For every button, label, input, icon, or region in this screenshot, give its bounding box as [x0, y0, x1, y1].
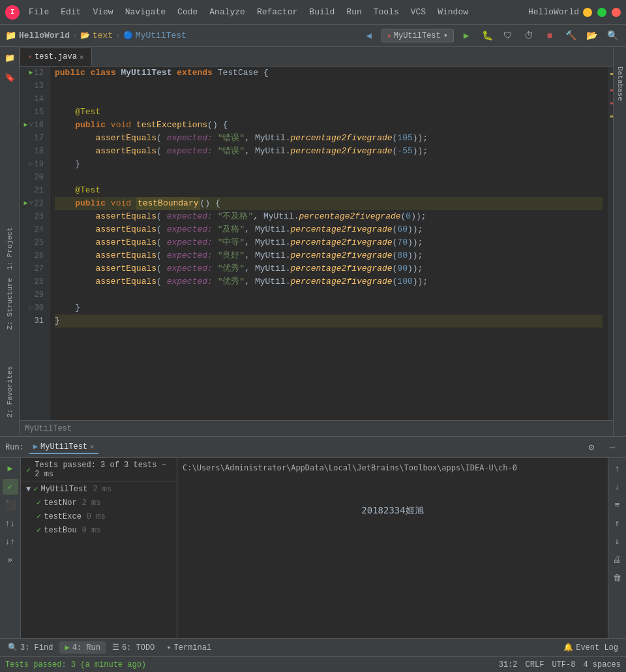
- test-item-myutiltest[interactable]: ▼ ✓ MyUtilTest 2 ms: [21, 482, 177, 496]
- run-right-7[interactable]: 🗑: [610, 570, 625, 586]
- line-29: 29: [20, 288, 49, 301]
- main-area: 📁 🔖 1: Project Z: Structure 2: Favorites…: [0, 47, 626, 436]
- line-24: 24: [20, 223, 49, 236]
- indent-setting[interactable]: 4 spaces: [583, 660, 621, 669]
- close-button[interactable]: ✕: [612, 8, 621, 17]
- event-log-tool[interactable]: 🔔 Event Log: [558, 641, 623, 654]
- find-icon: 🔍: [8, 643, 18, 652]
- menu-run[interactable]: Run: [341, 5, 366, 20]
- run-icon-16[interactable]: ▶: [24, 119, 28, 132]
- run-right-4[interactable]: ⇑: [610, 515, 625, 531]
- line-27: 27: [20, 262, 49, 275]
- code-line-28: assertEquals ( expected: "优秀" , MyUtil. …: [55, 275, 603, 288]
- stop-tests-button[interactable]: ⬛: [3, 497, 18, 513]
- menu-refactor[interactable]: Refactor: [252, 5, 303, 20]
- maximize-button[interactable]: □: [597, 8, 606, 17]
- code-line-18: assertEquals ( expected: "错误" , MyUtil. …: [55, 145, 603, 158]
- test-name-bou: testBou: [44, 526, 76, 535]
- build-button[interactable]: 🔨: [562, 27, 579, 44]
- menu-edit[interactable]: Edit: [55, 5, 86, 20]
- sidebar-favorites-label[interactable]: 2: Favorites: [5, 363, 15, 420]
- run-tab-close[interactable]: ✕: [90, 442, 95, 451]
- run-config-name: MyUtilTest: [394, 31, 441, 40]
- folder-icon: 📂: [80, 31, 90, 40]
- run-right-2[interactable]: ↓: [610, 479, 625, 495]
- breadcrumb-project[interactable]: HelloWorld: [19, 31, 70, 40]
- editor-area: ✕ test.java ✕ ▶ 12 13 14 15 ▶ ▽ 16: [20, 47, 613, 436]
- run-tab-myutiltest[interactable]: ▶ MyUtilTest ✕: [29, 440, 98, 454]
- sidebar-project-label[interactable]: 1: Project: [5, 224, 15, 273]
- rerun-button[interactable]: ▶: [3, 461, 18, 476]
- coverage-button[interactable]: 🛡: [499, 27, 516, 44]
- code-line-16: public void testExceptions () {: [55, 119, 603, 132]
- find-tool[interactable]: 🔍 3: Find: [3, 641, 58, 654]
- todo-tool[interactable]: ☰ 6: TODO: [107, 641, 160, 654]
- tab-error-icon: ✕: [28, 53, 32, 61]
- test-suite-time: 2 ms: [93, 485, 112, 494]
- menu-vcs[interactable]: VCS: [406, 5, 431, 20]
- test-pass-icon: ✓: [33, 484, 38, 494]
- encoding[interactable]: UTF-8: [552, 660, 575, 669]
- menu-navigate[interactable]: Navigate: [120, 5, 171, 20]
- test-item-testbou[interactable]: ✓ testBou 0 ms: [21, 523, 177, 537]
- more-actions-button[interactable]: »: [3, 552, 18, 568]
- menu-file[interactable]: File: [23, 5, 54, 20]
- run-tool[interactable]: ▶ 4: Run: [59, 641, 105, 654]
- code-content[interactable]: public class MyUtilTest extends TestCase…: [50, 67, 608, 420]
- debug-button[interactable]: 🐛: [479, 27, 496, 44]
- sidebar-structure-label[interactable]: Z: Structure: [5, 275, 15, 332]
- fold-icon-16[interactable]: ▽: [29, 119, 33, 132]
- gutter-run-icon[interactable]: ▶: [29, 67, 33, 80]
- minimize-button[interactable]: —: [583, 8, 592, 17]
- todo-label: 6: TODO: [122, 643, 155, 652]
- sort-desc-button[interactable]: ↓↑: [3, 534, 18, 549]
- search-everywhere-button[interactable]: 🔍: [604, 27, 621, 44]
- run-right-1[interactable]: ↑: [610, 461, 625, 476]
- fold-icon-19[interactable]: ▷: [29, 158, 33, 171]
- breadcrumb-folder[interactable]: text: [93, 31, 113, 40]
- database-label[interactable]: Database: [615, 63, 625, 105]
- test-tree: ✓ Tests passed: 3 of 3 tests – 2 ms ▼ ✓ …: [21, 458, 177, 638]
- status-message: Tests passed: 3 (a minute ago): [5, 660, 146, 669]
- run-icon-22[interactable]: ▶: [24, 197, 28, 210]
- dropdown-icon[interactable]: ▾: [443, 31, 448, 40]
- test-pass-icon-exce: ✓: [37, 512, 41, 521]
- settings-button[interactable]: ⚙: [583, 439, 600, 456]
- test-item-testnor[interactable]: ✓ testNor 2 ms: [21, 496, 177, 510]
- menu-bar: File Edit View Navigate Code Analyze Ref…: [23, 5, 473, 20]
- collapse-run-button[interactable]: —: [604, 439, 621, 456]
- menu-tools[interactable]: Tools: [368, 5, 404, 20]
- event-log-icon: 🔔: [563, 643, 573, 652]
- menu-analyze[interactable]: Analyze: [204, 5, 250, 20]
- fold-icon-22[interactable]: ▽: [29, 197, 33, 210]
- menu-view[interactable]: View: [87, 5, 118, 20]
- sidebar-bookmark-icon[interactable]: 🔖: [1, 69, 18, 86]
- test-item-testexce[interactable]: ✓ testExce 0 ms: [21, 510, 177, 523]
- back-button[interactable]: ◀: [361, 27, 378, 44]
- line-ending[interactable]: CRLF: [526, 660, 544, 669]
- run-tool-icon: ▶: [65, 643, 69, 652]
- breadcrumb-file[interactable]: MyUtilTest: [136, 31, 186, 40]
- tab-close-button[interactable]: ✕: [80, 53, 84, 61]
- stop-button[interactable]: ■: [541, 27, 558, 44]
- menu-code[interactable]: Code: [172, 5, 203, 20]
- profile-button[interactable]: ⏱: [520, 27, 537, 44]
- code-editor[interactable]: ▶ 12 13 14 15 ▶ ▽ 16 17 18 ▷ 19 20 21: [20, 67, 613, 420]
- sort-asc-button[interactable]: ↑↓: [3, 515, 18, 531]
- menu-build[interactable]: Build: [304, 5, 340, 20]
- editor-tab-test-java[interactable]: ✕ test.java ✕: [20, 48, 92, 66]
- breadcrumb: 📁 HelloWorld › 📂 text › 🔵 MyUtilTest: [5, 30, 357, 41]
- run-right-6[interactable]: 🖨: [610, 552, 625, 568]
- run-right-3[interactable]: ≡: [610, 497, 625, 513]
- run-config-selector[interactable]: ✕ MyUtilTest ▾: [381, 29, 454, 42]
- run-select-button[interactable]: ✓: [3, 479, 18, 495]
- terminal-tool[interactable]: ▪ Terminal: [161, 642, 216, 654]
- cursor-position[interactable]: 31:2: [499, 660, 518, 669]
- open-file-button[interactable]: 📂: [583, 27, 600, 44]
- fold-icon-30[interactable]: ▷: [29, 301, 33, 314]
- run-right-5[interactable]: ⇓: [610, 534, 625, 549]
- menu-window[interactable]: Window: [432, 5, 473, 20]
- title-bar-left: I File Edit View Navigate Code Analyze R…: [5, 5, 524, 20]
- sidebar-project-icon[interactable]: 📁: [1, 50, 18, 67]
- run-button[interactable]: ▶: [458, 27, 475, 44]
